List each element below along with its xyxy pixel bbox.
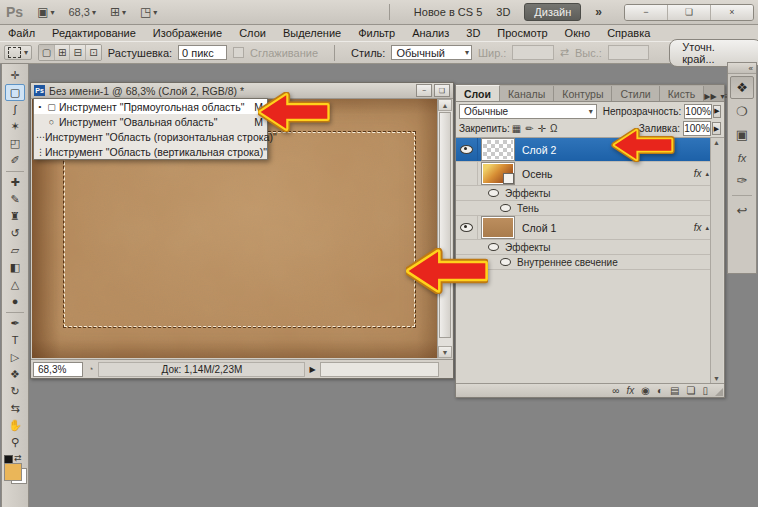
- menu-item[interactable]: 3D: [466, 27, 480, 39]
- hand-tool-icon[interactable]: ✋: [5, 417, 25, 434]
- history-panel-icon[interactable]: ↩: [731, 200, 753, 221]
- collapse-effects-icon[interactable]: ▴: [705, 170, 709, 178]
- flyout-item-elliptical-marquee[interactable]: ○ Инструмент "Овальная область" M: [34, 114, 267, 129]
- effects-row-layer1[interactable]: Эффекты: [456, 240, 713, 255]
- lock-pixels-icon[interactable]: ✏: [525, 123, 533, 134]
- 3d-pan-tool-icon[interactable]: ⇆: [5, 400, 25, 417]
- document-minimize-button[interactable]: −: [416, 84, 432, 97]
- eraser-tool-icon[interactable]: ▱: [5, 242, 25, 259]
- menu-item[interactable]: Редактирование: [52, 27, 136, 39]
- document-titlebar[interactable]: Ps Без имени-1 @ 68,3% (Слой 2, RGB/8) *…: [31, 83, 453, 99]
- scroll-up-icon[interactable]: ▲: [711, 139, 722, 146]
- add-to-selection-button[interactable]: ⊞: [54, 45, 70, 60]
- layer2-thumbnail[interactable]: [482, 139, 514, 160]
- menu-item[interactable]: Просмотр: [497, 27, 547, 39]
- tab-layers[interactable]: Слои: [456, 85, 500, 101]
- crop-tool-icon[interactable]: ◰: [5, 135, 25, 152]
- flyout-item-rectangular-marquee[interactable]: • ▢ Инструмент "Прямоугольная область" M: [34, 99, 267, 114]
- minimize-button[interactable]: −: [625, 5, 667, 20]
- healing-brush-tool-icon[interactable]: ✚: [5, 174, 25, 191]
- tool-presets-panel-icon[interactable]: ✑: [731, 170, 753, 191]
- lasso-tool-icon[interactable]: ʃ: [5, 101, 25, 118]
- eye-icon[interactable]: [488, 243, 499, 251]
- effects-panel-icon[interactable]: fx: [731, 147, 753, 168]
- menu-item[interactable]: Изображение: [153, 27, 222, 39]
- tab-brush[interactable]: Кисть: [660, 86, 705, 101]
- move-tool-icon[interactable]: ✛: [5, 67, 25, 84]
- flyout-item-single-column-marquee[interactable]: ⋮ Инструмент "Область (вертикальная стро…: [34, 144, 267, 159]
- menu-item[interactable]: Слои: [239, 27, 266, 39]
- document-restore-button[interactable]: ❏: [434, 84, 450, 97]
- status-flyout-arrow-icon[interactable]: ▶: [309, 365, 315, 374]
- visibility-cell[interactable]: [456, 162, 478, 185]
- styles-panel-icon[interactable]: ❍: [731, 101, 753, 122]
- scroll-down-icon[interactable]: ▼: [711, 375, 722, 382]
- brush-tool-icon[interactable]: ✎: [5, 191, 25, 208]
- effect-row-inner-glow[interactable]: Внутреннее свечение: [456, 255, 713, 270]
- intersect-selection-button[interactable]: ⊡: [85, 45, 101, 60]
- opacity-slider-arrow-icon[interactable]: ▶: [713, 105, 721, 118]
- swap-colors-icon[interactable]: ⇄: [14, 453, 22, 463]
- path-selection-tool-icon[interactable]: ▷: [5, 349, 25, 366]
- fill-input[interactable]: 100%: [683, 121, 711, 136]
- layer-name[interactable]: Слой 2: [522, 144, 556, 156]
- marquee-selection[interactable]: [64, 132, 415, 327]
- feather-input[interactable]: 0 пикс: [178, 45, 227, 60]
- screen-mode-button[interactable]: ◳▾: [140, 5, 157, 19]
- eye-icon[interactable]: [500, 204, 511, 212]
- custom-shape-tool-icon[interactable]: ❖: [5, 366, 25, 383]
- menu-item[interactable]: Анализ: [412, 27, 449, 39]
- status-zoom-field[interactable]: 68,3%: [33, 362, 83, 377]
- layer-group-icon[interactable]: ▤: [670, 386, 679, 396]
- layer-row-layer1[interactable]: Слой 1 fx▴: [456, 216, 713, 240]
- pen-tool-icon[interactable]: ✒: [5, 315, 25, 332]
- arrange-documents-button[interactable]: ⊞▾: [110, 5, 126, 19]
- visibility-cell[interactable]: [456, 138, 478, 161]
- effects-row-osen[interactable]: Эффекты: [456, 186, 713, 201]
- layer1-thumbnail[interactable]: [482, 217, 514, 238]
- menu-item[interactable]: Фильтр: [358, 27, 395, 39]
- collapse-effects-icon[interactable]: ▴: [705, 224, 709, 232]
- layer-row-osen[interactable]: Осень fx▴: [456, 162, 713, 186]
- adjustment-layer-icon[interactable]: ◐: [657, 386, 663, 396]
- tab-styles[interactable]: Стили: [612, 86, 659, 101]
- tab-channels[interactable]: Каналы: [500, 86, 554, 101]
- workspace-overflow-chevron[interactable]: »: [595, 5, 602, 19]
- menu-item[interactable]: Справка: [607, 27, 650, 39]
- quick-selection-tool-icon[interactable]: ✶: [5, 118, 25, 135]
- osen-thumbnail[interactable]: [482, 163, 514, 184]
- scroll-up-icon[interactable]: ▲: [438, 99, 452, 111]
- foreground-color-swatch[interactable]: [4, 463, 22, 481]
- tab-paths[interactable]: Контуры: [554, 86, 612, 101]
- blend-mode-select[interactable]: Обычные▾: [459, 104, 597, 119]
- workspace-design-button[interactable]: Дизайн: [524, 3, 581, 21]
- flyout-item-single-row-marquee[interactable]: ⋯ Инструмент "Область (горизонтальная ст…: [34, 129, 267, 144]
- fill-slider-arrow-icon[interactable]: ▶: [712, 122, 721, 135]
- type-tool-icon[interactable]: T: [5, 332, 25, 349]
- menu-item[interactable]: Файл: [8, 27, 35, 39]
- resize-grip[interactable]: [715, 388, 723, 396]
- eyedropper-tool-icon[interactable]: ✐: [5, 152, 25, 169]
- vertical-scrollbar[interactable]: ▲ ▼: [437, 99, 452, 358]
- layer-name[interactable]: Слой 1: [522, 222, 556, 234]
- blur-tool-icon[interactable]: △: [5, 276, 25, 293]
- rectangular-marquee-tool-icon[interactable]: ▢: [5, 84, 25, 101]
- view-extras-button[interactable]: ▣▾: [37, 5, 54, 19]
- layer-mask-icon[interactable]: ◉: [641, 386, 650, 396]
- new-layer-icon[interactable]: ❏: [687, 386, 696, 396]
- zoom-tool-icon[interactable]: ⚲: [5, 434, 25, 451]
- link-layers-icon[interactable]: ∞: [612, 386, 619, 396]
- lock-all-icon[interactable]: Ω: [550, 123, 557, 134]
- style-select[interactable]: Обычный▾: [391, 45, 472, 60]
- delete-layer-icon[interactable]: ▯: [702, 386, 708, 396]
- dodge-tool-icon[interactable]: ●: [5, 293, 25, 310]
- gradient-tool-icon[interactable]: ◧: [5, 259, 25, 276]
- clone-stamp-tool-icon[interactable]: ♜: [5, 208, 25, 225]
- eye-icon[interactable]: [488, 189, 499, 197]
- zoom-level-control[interactable]: 68,3▾: [68, 6, 95, 18]
- menu-item[interactable]: Выделение: [283, 27, 341, 39]
- subtract-from-selection-button[interactable]: ⊟: [69, 45, 85, 60]
- layers-panel-icon[interactable]: ❖: [730, 76, 754, 99]
- close-button[interactable]: ×: [710, 5, 753, 20]
- new-selection-button[interactable]: ▢: [39, 45, 54, 60]
